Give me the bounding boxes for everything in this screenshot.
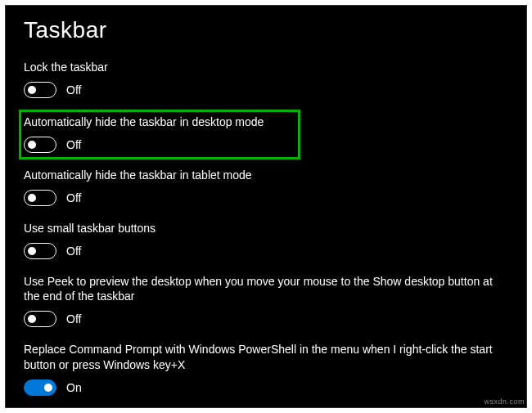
setting-label: Use Peek to preview the desktop when you… bbox=[24, 274, 498, 305]
setting-label: Automatically hide the taskbar in tablet… bbox=[24, 168, 498, 183]
toggle-row: Off bbox=[24, 82, 508, 98]
watermark: wsxdn.com bbox=[484, 397, 525, 406]
setting-label: Replace Command Prompt with Windows Powe… bbox=[24, 342, 498, 373]
setting-autohide-tablet: Automatically hide the taskbar in tablet… bbox=[24, 166, 508, 208]
toggle-knob-icon bbox=[28, 141, 36, 149]
toggle-autohide-tablet[interactable] bbox=[24, 190, 56, 206]
setting-label: Use small taskbar buttons bbox=[24, 221, 498, 236]
toggle-knob-icon bbox=[28, 315, 36, 323]
setting-small-buttons: Use small taskbar buttons Off bbox=[24, 219, 508, 261]
toggle-state: Off bbox=[66, 245, 81, 258]
toggle-knob-icon bbox=[28, 194, 36, 202]
setting-peek-preview: Use Peek to preview the desktop when you… bbox=[24, 272, 508, 330]
toggle-small-buttons[interactable] bbox=[24, 243, 56, 259]
setting-autohide-desktop: Automatically hide the taskbar in deskto… bbox=[20, 111, 299, 158]
taskbar-settings-panel: Taskbar Lock the taskbar Off Automatical… bbox=[5, 5, 527, 408]
setting-replace-cmd: Replace Command Prompt with Windows Powe… bbox=[24, 340, 508, 397]
setting-label: Automatically hide the taskbar in deskto… bbox=[24, 114, 295, 130]
page-title: Taskbar bbox=[24, 17, 508, 43]
toggle-row: Off bbox=[24, 190, 508, 206]
toggle-row: Off bbox=[24, 137, 295, 153]
setting-lock-taskbar: Lock the taskbar Off bbox=[24, 58, 508, 100]
toggle-knob-icon bbox=[28, 86, 36, 94]
setting-label: Lock the taskbar bbox=[24, 60, 498, 75]
toggle-state: On bbox=[66, 381, 82, 394]
toggle-peek-preview[interactable] bbox=[24, 311, 56, 327]
toggle-row: Off bbox=[24, 243, 508, 259]
toggle-autohide-desktop[interactable] bbox=[24, 137, 56, 153]
toggle-state: Off bbox=[66, 312, 81, 325]
toggle-row: Off bbox=[24, 311, 508, 327]
toggle-state: Off bbox=[66, 138, 81, 151]
toggle-knob-icon bbox=[44, 384, 52, 392]
toggle-row: On bbox=[24, 379, 508, 396]
toggle-state: Off bbox=[66, 191, 81, 204]
toggle-lock-taskbar[interactable] bbox=[24, 82, 56, 98]
toggle-knob-icon bbox=[28, 247, 36, 255]
toggle-replace-cmd[interactable] bbox=[24, 379, 56, 396]
toggle-state: Off bbox=[66, 83, 81, 97]
